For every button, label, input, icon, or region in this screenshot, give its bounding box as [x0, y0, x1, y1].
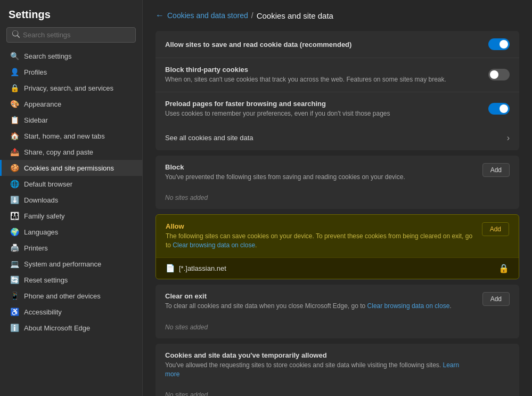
clear-on-exit-sub: To clear all cookies and site data when …: [165, 302, 452, 311]
toggle-sub-block-third-party: When on, sites can't use cookies that tr…: [165, 75, 474, 84]
sidebar-item-share-copy[interactable]: 📤Share, copy and paste: [0, 144, 142, 160]
nav-icon-share-copy: 📤: [10, 148, 19, 156]
nav-label-default-browser: Default browser: [24, 180, 72, 188]
nav-label-accessibility: Accessibility: [24, 308, 62, 316]
sidebar-item-default-browser[interactable]: 🌐Default browser: [0, 176, 142, 192]
breadcrumb-separator: /: [251, 11, 253, 20]
clear-on-exit-header: Clear on exit To clear all cookies and s…: [155, 285, 519, 318]
toggle-card: Allow sites to save and read cookie data…: [155, 31, 519, 150]
breadcrumb: ← Cookies and data stored / Cookies and …: [155, 11, 519, 20]
toggle-label-block-third-party: Block third-party cookies: [165, 66, 488, 74]
sidebar-item-cookies[interactable]: 🍪Cookies and site permissions: [0, 160, 142, 176]
nav-icon-printers: 🖨️: [10, 244, 19, 252]
nav-label-phone: Phone and other devices: [24, 292, 101, 300]
nav-icon-start-home: 🏠: [10, 132, 19, 140]
see-all-cookies-row[interactable]: See all cookies and site data ›: [155, 126, 519, 150]
nav-list: 🔍Search settings👤Profiles🔒Privacy, searc…: [0, 48, 142, 336]
search-box[interactable]: [6, 27, 136, 43]
nav-label-family-safety: Family safety: [24, 212, 65, 220]
nav-label-sidebar: Sidebar: [24, 116, 48, 124]
toggle-sub-preload: Uses cookies to remember your preference…: [165, 109, 474, 118]
nav-label-profiles: Profiles: [24, 68, 47, 76]
block-add-button[interactable]: Add: [482, 163, 510, 177]
nav-icon-phone: 📱: [10, 292, 19, 300]
clear-on-exit-title: Clear on exit: [165, 292, 452, 300]
site-file-icon: 📄: [166, 264, 175, 272]
toggle-row-preload: Preload pages for faster browsing and se…: [155, 92, 519, 126]
nav-icon-sidebar: 📋: [10, 116, 19, 124]
sidebar-item-profiles[interactable]: 👤Profiles: [0, 64, 142, 80]
temp-allowed-section: Cookies and site data you've temporarily…: [155, 344, 519, 396]
nav-icon-profiles: 👤: [10, 68, 19, 76]
nav-label-start-home: Start, home, and new tabs: [24, 132, 105, 140]
site-edit-icon[interactable]: 🔒: [498, 263, 509, 273]
toggle-row-allow-save: Allow sites to save and read cookie data…: [155, 31, 519, 58]
sidebar-item-sidebar[interactable]: 📋Sidebar: [0, 112, 142, 128]
nav-icon-reset: 🔄: [10, 276, 19, 284]
temp-allowed-title: Cookies and site data you've temporarily…: [165, 351, 474, 359]
nav-label-cookies: Cookies and site permissions: [24, 164, 114, 172]
allow-sub: The following sites can save cookies on …: [166, 232, 474, 250]
nav-icon-default-browser: 🌐: [10, 180, 19, 188]
nav-icon-languages: 🌍: [10, 228, 19, 236]
search-input[interactable]: [23, 31, 130, 39]
nav-label-downloads: Downloads: [24, 196, 58, 204]
search-icon: [12, 30, 20, 39]
clear-on-exit-add-button[interactable]: Add: [482, 292, 510, 306]
clear-on-exit-no-sites: No sites added: [155, 318, 519, 338]
toggle-block-third-party[interactable]: [488, 69, 510, 80]
allow-site-row: 📄 [*.]atlassian.net 🔒: [156, 257, 519, 279]
sidebar-item-phone[interactable]: 📱Phone and other devices: [0, 288, 142, 304]
block-no-sites: No sites added: [155, 189, 519, 209]
sidebar-item-reset[interactable]: 🔄Reset settings: [0, 272, 142, 288]
nav-icon-privacy: 🔒: [10, 84, 19, 92]
nav-icon-about: ℹ️: [10, 324, 19, 332]
temp-allowed-header: Cookies and site data you've temporarily…: [155, 344, 519, 386]
sidebar-item-start-home[interactable]: 🏠Start, home, and new tabs: [0, 128, 142, 144]
main-content: ← Cookies and data stored / Cookies and …: [143, 0, 532, 396]
sidebar-item-privacy[interactable]: 🔒Privacy, search, and services: [0, 80, 142, 96]
sidebar: Settings 🔍Search settings👤Profiles🔒Priva…: [0, 0, 143, 396]
nav-label-about: About Microsoft Edge: [24, 324, 90, 332]
clear-on-exit-link[interactable]: Clear browsing data on close: [367, 302, 450, 310]
toggle-label-preload: Preload pages for faster browsing and se…: [165, 100, 488, 108]
toggle-allow-save[interactable]: [488, 38, 510, 50]
sidebar-item-system[interactable]: 💻System and performance: [0, 256, 142, 272]
breadcrumb-current: Cookies and site data: [257, 11, 333, 20]
allow-add-button[interactable]: Add: [482, 222, 509, 236]
breadcrumb-parent[interactable]: Cookies and data stored: [167, 11, 248, 20]
sidebar-item-printers[interactable]: 🖨️Printers: [0, 240, 142, 256]
sidebar-item-search-settings[interactable]: 🔍Search settings: [0, 48, 142, 64]
sidebar-item-languages[interactable]: 🌍Languages: [0, 224, 142, 240]
toggle-label-allow-save: Allow sites to save and read cookie data…: [165, 41, 488, 49]
nav-label-reset: Reset settings: [24, 276, 68, 284]
block-section-header: Block You've prevented the following sit…: [155, 156, 519, 189]
temp-allowed-sub: You've allowed the requesting sites to s…: [165, 361, 474, 379]
allow-section-header: Allow The following sites can save cooki…: [156, 215, 519, 257]
block-section: Block You've prevented the following sit…: [155, 156, 519, 209]
nav-label-printers: Printers: [24, 244, 48, 252]
sidebar-item-family-safety[interactable]: 👨‍👩‍👧Family safety: [0, 208, 142, 224]
sidebar-item-appearance[interactable]: 🎨Appearance: [0, 96, 142, 112]
back-button[interactable]: ←: [155, 11, 164, 20]
allow-title: Allow: [166, 222, 474, 230]
sidebar-item-downloads[interactable]: ⬇️Downloads: [0, 192, 142, 208]
toggle-preload[interactable]: [488, 103, 510, 115]
nav-icon-accessibility: ♿: [10, 308, 19, 316]
nav-icon-family-safety: 👨‍👩‍👧: [10, 212, 19, 220]
temp-allowed-no-sites: No sites added: [155, 386, 519, 396]
nav-label-privacy: Privacy, search, and services: [24, 84, 113, 92]
nav-label-languages: Languages: [24, 228, 58, 236]
allow-section: Allow The following sites can save cooki…: [155, 214, 519, 279]
toggle-row-block-third-party: Block third-party cookies When on, sites…: [155, 58, 519, 92]
nav-icon-search-settings: 🔍: [10, 52, 19, 60]
sidebar-item-about[interactable]: ℹ️About Microsoft Edge: [0, 320, 142, 336]
block-sub: You've prevented the following sites fro…: [165, 173, 405, 182]
sidebar-item-accessibility[interactable]: ♿Accessibility: [0, 304, 142, 320]
allow-sub-link[interactable]: Clear browsing data on close: [173, 241, 255, 249]
see-all-label: See all cookies and site data: [165, 134, 253, 142]
nav-label-appearance: Appearance: [24, 100, 61, 108]
nav-icon-downloads: ⬇️: [10, 196, 19, 204]
nav-label-share-copy: Share, copy and paste: [24, 148, 93, 156]
settings-title: Settings: [0, 9, 142, 27]
